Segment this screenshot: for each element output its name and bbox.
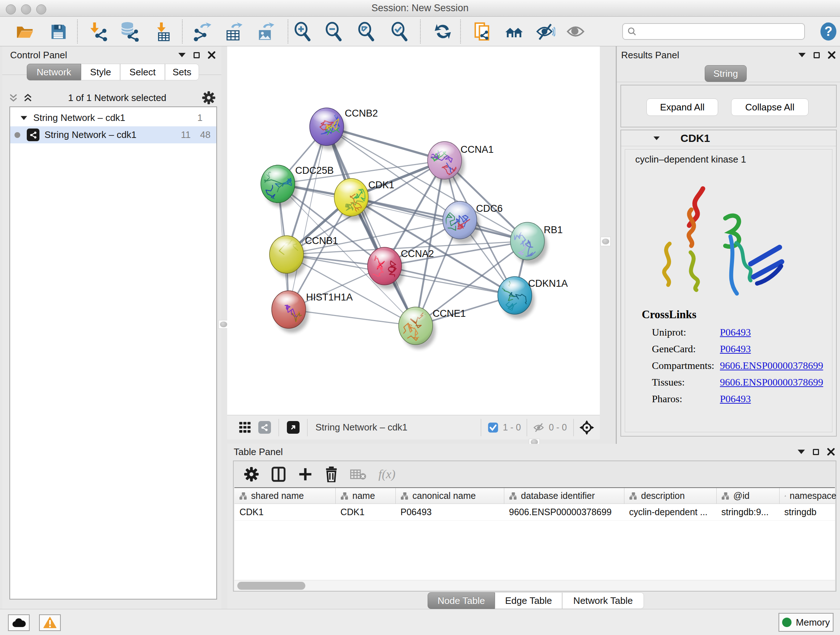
fit-crosshair-icon[interactable] (579, 420, 595, 435)
import-network-button[interactable] (88, 21, 109, 42)
control-tab-select[interactable]: Select (120, 64, 165, 80)
search-field[interactable] (622, 23, 805, 40)
selected-checkbox-icon[interactable] (488, 422, 499, 433)
crosslink-value-link[interactable]: P06493 (720, 393, 751, 405)
table-row[interactable]: CDK1CDK1P064939606.ENSP00000378699cyclin… (234, 504, 835, 521)
add-column-icon[interactable] (298, 467, 313, 481)
table-cell[interactable]: P06493 (395, 504, 504, 520)
network-node-RB1[interactable]: RB1 (510, 222, 563, 264)
entry-expander-icon[interactable] (654, 136, 660, 140)
table-horizontal-scrollbar[interactable] (234, 580, 835, 591)
network-node-CCNB1[interactable]: CCNB1 (270, 235, 338, 278)
birdseye-view-button[interactable] (285, 419, 302, 436)
table-cell[interactable]: 9606.ENSP00000378699 (504, 504, 624, 520)
crosslink-value-link[interactable]: 9606.ENSP00000378699 (720, 377, 823, 388)
control-panel-float-icon[interactable] (194, 52, 200, 58)
results-panel-float-icon[interactable] (813, 52, 820, 58)
help-button[interactable]: ? (818, 21, 839, 42)
zoom-out-button[interactable] (324, 21, 344, 42)
network-canvas[interactable]: CCNB2CCNA1CDC25BCDK1CDC6RB1CCNB1CCNA2CDK… (227, 46, 600, 415)
hide-selected-button[interactable] (535, 21, 556, 42)
right-splitter-handle[interactable] (600, 237, 611, 246)
column-header-namespace[interactable]: namespace (779, 488, 836, 504)
network-node-CCNA1[interactable]: CCNA1 (428, 141, 494, 184)
expand-all-button[interactable]: Expand All (646, 98, 718, 116)
table-cell[interactable]: cyclin-dependent ... (624, 504, 716, 520)
warning-status-button[interactable] (39, 614, 61, 631)
export-network-button[interactable] (192, 21, 213, 42)
table-cell[interactable]: CDK1 (234, 504, 335, 520)
table-tab-edge-table[interactable]: Edge Table (495, 592, 562, 609)
show-all-button[interactable] (565, 21, 586, 42)
network-node-CDC25B[interactable]: CDC25B (261, 165, 334, 207)
control-tab-style[interactable]: Style (81, 64, 120, 80)
table-cell[interactable]: stringdb:9... (716, 504, 779, 520)
grid-view-button[interactable] (237, 419, 253, 436)
export-image-button[interactable] (256, 21, 276, 42)
control-panel-close-icon[interactable] (208, 51, 216, 59)
zoom-fit-button[interactable] (356, 21, 377, 42)
hidden-eye-icon[interactable] (532, 422, 545, 433)
network-node-CCNB2[interactable]: CCNB2 (309, 108, 378, 150)
minimize-window-button[interactable] (21, 4, 31, 14)
control-panel-menu-icon[interactable] (178, 53, 186, 57)
table-panel-menu-icon[interactable] (798, 450, 805, 454)
show-columns-icon[interactable] (271, 466, 286, 482)
network-node-CDKN1A[interactable]: CDKN1A (498, 277, 568, 318)
close-window-button[interactable] (6, 4, 16, 14)
expand-all-icon[interactable] (23, 93, 33, 103)
column-header-database-identifier[interactable]: database identifier (504, 488, 624, 504)
table-cell[interactable]: stringdb (779, 504, 836, 520)
crosslink-value-link[interactable]: P06493 (720, 343, 751, 355)
save-session-button[interactable] (48, 21, 69, 42)
column-header-canonical-name[interactable]: canonical name (395, 488, 504, 504)
zoom-window-button[interactable] (36, 4, 46, 14)
crosslink-value-link[interactable]: 9606.ENSP00000378699 (720, 360, 823, 371)
entry-header-row[interactable]: CDK1 (621, 130, 836, 146)
export-table-button[interactable] (224, 21, 245, 42)
column-header-description[interactable]: description (624, 488, 716, 504)
control-tab-network[interactable]: Network (27, 64, 81, 80)
table-panel-close-icon[interactable] (827, 448, 835, 456)
tree-expander-icon[interactable] (21, 116, 27, 120)
results-panel-menu-icon[interactable] (798, 53, 806, 57)
toolbar-separator (77, 19, 78, 43)
table-settings-gear-icon[interactable] (244, 467, 259, 482)
table-panel-float-icon[interactable] (813, 449, 819, 455)
import-network-from-database-button[interactable] (119, 21, 140, 42)
column-header-name[interactable]: name (335, 488, 395, 504)
network-share-button[interactable] (256, 419, 273, 436)
first-neighbors-button[interactable] (504, 21, 524, 42)
table-tab-node-table[interactable]: Node Table (428, 592, 495, 609)
import-table-button[interactable] (152, 21, 172, 42)
search-input[interactable] (637, 27, 804, 36)
results-tab-string[interactable]: String (705, 65, 747, 82)
refresh-button[interactable] (432, 21, 453, 42)
network-node-CDK1[interactable]: CDK1 (334, 179, 394, 220)
collapse-all-icon[interactable] (9, 93, 18, 103)
control-tab-sets[interactable]: Sets (165, 64, 199, 80)
network-row[interactable]: String Network – cdk1 11 48 (10, 126, 216, 143)
table-cell[interactable]: CDK1 (335, 504, 395, 520)
warning-icon (43, 617, 57, 629)
delete-column-icon[interactable] (325, 466, 338, 482)
memory-button[interactable]: Memory (778, 613, 834, 632)
network-node-HIST1H1A[interactable]: HIST1H1A (272, 291, 353, 333)
zoom-in-button[interactable] (292, 21, 313, 42)
column-header-shared-name[interactable]: shared name (234, 488, 335, 504)
results-panel-close-icon[interactable] (828, 51, 836, 59)
column-header--id[interactable]: @id (716, 488, 779, 504)
collapse-all-button[interactable]: Collapse All (731, 98, 808, 116)
clone-network-button[interactable] (472, 21, 493, 42)
open-session-button[interactable] (14, 21, 35, 42)
cloud-status-button[interactable] (8, 614, 30, 631)
scrollbar-thumb[interactable] (237, 582, 305, 590)
open-folder-icon (15, 22, 35, 41)
table-panel-title: Table Panel (234, 447, 283, 458)
crosslink-value-link[interactable]: P06493 (720, 326, 751, 338)
network-edge-CCNB2-HIST1H1A[interactable] (289, 127, 327, 310)
zoom-selected-button[interactable] (389, 21, 410, 42)
network-options-gear-icon[interactable] (202, 91, 216, 105)
table-tab-network-table[interactable]: Network Table (562, 592, 644, 609)
network-collection-row[interactable]: String Network – cdk1 1 (10, 109, 216, 126)
